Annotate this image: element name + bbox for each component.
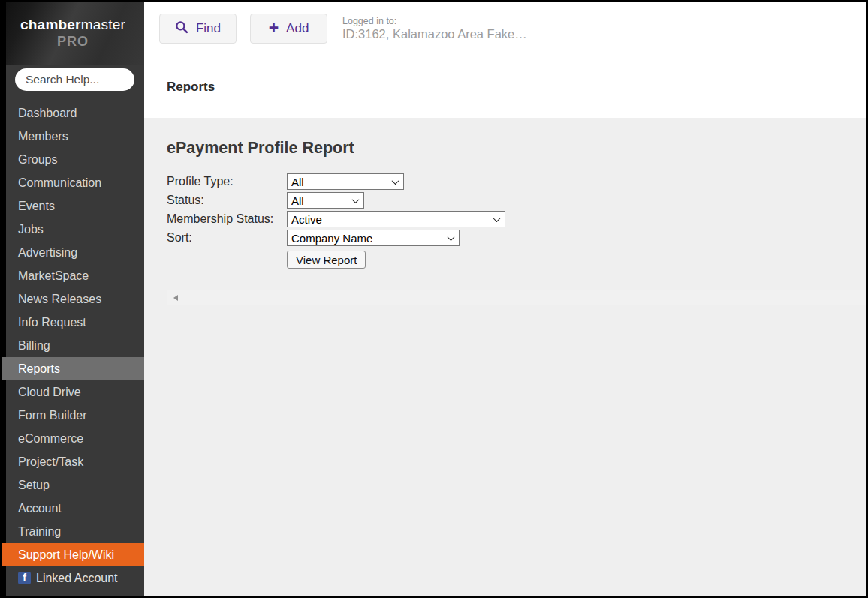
add-button-label: Add xyxy=(286,21,309,36)
add-button[interactable]: + Add xyxy=(250,14,327,44)
sidebar-item-linked-account[interactable]: f Linked Account xyxy=(2,566,144,590)
report-filter-form: Profile Type: All Status: All Membership… xyxy=(167,173,866,269)
brand-name-regular: master xyxy=(81,17,125,32)
sidebar-item-account[interactable]: Account xyxy=(2,497,144,520)
sidebar-item-info-request[interactable]: Info Request xyxy=(2,311,144,334)
sidebar-item-reports[interactable]: Reports xyxy=(2,357,144,380)
search-icon xyxy=(175,20,188,38)
sidebar-item-groups[interactable]: Groups xyxy=(2,148,144,171)
topbar: Find + Add Logged in to: ID:3162, Kalama… xyxy=(144,2,866,56)
profile-type-label: Profile Type: xyxy=(167,175,287,188)
sort-value: Company Name xyxy=(291,232,372,245)
membership-status-label: Membership Status: xyxy=(167,212,287,226)
linked-account-label: Linked Account xyxy=(36,566,118,590)
brand-name-bold: chamber xyxy=(20,17,81,32)
profile-type-value: All xyxy=(291,176,304,188)
sidebar-item-marketspace[interactable]: MarketSpace xyxy=(2,264,144,287)
sidebar-menu: Dashboard Members Groups Communication E… xyxy=(2,101,144,590)
brand-tier: PRO xyxy=(2,34,144,50)
sidebar-item-dashboard[interactable]: Dashboard xyxy=(2,101,144,125)
sidebar-item-communication[interactable]: Communication xyxy=(2,171,144,194)
profile-type-select[interactable]: All xyxy=(287,173,404,190)
logged-in-block: Logged in to: ID:3162, Kalamazoo Area Fa… xyxy=(342,16,527,41)
search-help-input[interactable] xyxy=(15,68,134,91)
logged-in-label: Logged in to: xyxy=(342,16,527,26)
sidebar-item-cloud-drive[interactable]: Cloud Drive xyxy=(2,380,144,404)
find-button[interactable]: Find xyxy=(159,14,237,44)
sidebar-item-form-builder[interactable]: Form Builder xyxy=(2,404,144,427)
scroll-left-arrow-icon[interactable] xyxy=(173,295,178,301)
page-title: Reports xyxy=(167,80,215,95)
sidebar-item-project-task[interactable]: Project/Task xyxy=(2,450,144,473)
page-header: Reports xyxy=(144,56,866,118)
app-window: chambermaster PRO Dashboard Members Grou… xyxy=(0,0,868,598)
profile-type-row: Profile Type: All xyxy=(167,173,866,190)
sidebar-item-support-help-wiki[interactable]: Support Help/Wiki xyxy=(2,543,144,566)
membership-status-row: Membership Status: Active xyxy=(167,211,866,227)
logged-in-value: ID:3162, Kalamazoo Area Fake… xyxy=(342,27,527,41)
status-row: Status: All xyxy=(167,192,866,209)
brand-name: chambermaster xyxy=(2,17,144,33)
main-area: Find + Add Logged in to: ID:3162, Kalama… xyxy=(144,2,866,596)
chevron-down-icon xyxy=(448,233,455,241)
sort-row: Sort: Company Name xyxy=(167,230,866,246)
sidebar-item-jobs[interactable]: Jobs xyxy=(2,218,144,241)
sidebar-item-billing[interactable]: Billing xyxy=(2,334,144,357)
chevron-down-icon xyxy=(493,215,501,222)
membership-status-select[interactable]: Active xyxy=(287,211,505,227)
sidebar-item-events[interactable]: Events xyxy=(2,194,144,218)
sidebar: chambermaster PRO Dashboard Members Grou… xyxy=(2,2,144,596)
plus-icon: + xyxy=(269,20,279,35)
status-select[interactable]: All xyxy=(287,192,364,209)
report-content: ePayment Profile Report Profile Type: Al… xyxy=(144,118,866,596)
view-report-button[interactable]: View Report xyxy=(287,251,366,269)
status-label: Status: xyxy=(167,194,287,207)
membership-status-value: Active xyxy=(291,213,322,226)
sidebar-item-members[interactable]: Members xyxy=(2,125,144,148)
sidebar-item-advertising[interactable]: Advertising xyxy=(2,241,144,264)
sort-label: Sort: xyxy=(167,231,287,245)
brand-logo: chambermaster PRO xyxy=(2,2,144,65)
sort-select[interactable]: Company Name xyxy=(287,230,460,246)
find-button-label: Find xyxy=(196,21,221,36)
facebook-icon: f xyxy=(18,572,31,584)
sidebar-item-setup[interactable]: Setup xyxy=(2,473,144,497)
report-title: ePayment Profile Report xyxy=(167,139,866,158)
sidebar-item-training[interactable]: Training xyxy=(2,520,144,543)
sidebar-item-ecommerce[interactable]: eCommerce xyxy=(2,427,144,450)
chevron-down-icon xyxy=(352,196,360,203)
chevron-down-icon xyxy=(392,177,399,185)
status-value: All xyxy=(291,194,304,207)
sidebar-search xyxy=(2,65,144,91)
horizontal-scrollbar[interactable] xyxy=(167,290,866,305)
sidebar-item-news-releases[interactable]: News Releases xyxy=(2,287,144,311)
